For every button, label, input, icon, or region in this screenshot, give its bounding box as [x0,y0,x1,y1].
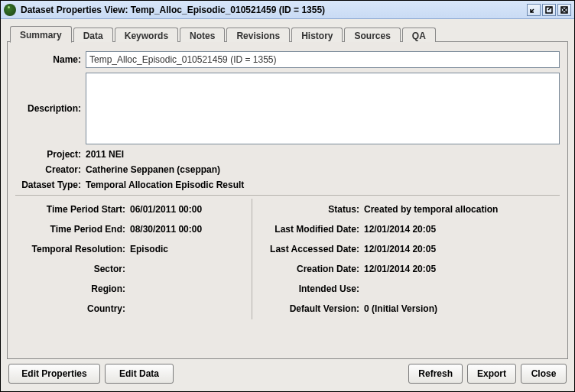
summary-panel: Name: Description: Project: 2011 NEI Cre… [7,41,568,359]
time-end-label: Time Period End: [15,224,130,235]
detail-col-left: Time Period Start:06/01/2011 00:00 Time … [15,199,252,319]
tab-qa[interactable]: QA [402,28,436,42]
detail-col-right: Status:Created by temporal allocation La… [252,199,560,319]
temporal-res-label: Temporal Resolution: [15,244,130,254]
default-version-value: 0 (Initial Version) [364,303,560,314]
description-label: Description: [15,103,86,114]
window-title: Dataset Properties View: Temp_Alloc_Epis… [21,5,527,15]
creation-date-value: 12/01/2014 20:05 [364,264,560,274]
titlebar: Dataset Properties View: Temp_Alloc_Epis… [1,1,574,19]
status-label: Status: [257,204,364,215]
project-value: 2011 NEI [86,149,560,160]
last-accessed-value: 12/01/2014 20:05 [364,244,560,254]
intended-use-label: Intended Use: [257,283,364,294]
description-input[interactable] [86,73,560,144]
time-end-value: 08/30/2011 00:00 [130,224,247,235]
last-accessed-label: Last Accessed Date: [257,244,364,254]
tab-notes[interactable]: Notes [180,28,225,42]
tab-keywords[interactable]: Keywords [115,28,178,42]
time-start-value: 06/01/2011 00:00 [130,204,247,215]
detail-grid: Time Period Start:06/01/2011 00:00 Time … [15,199,560,319]
window-controls [527,4,571,16]
export-button[interactable]: Export [467,364,516,384]
dataset-type-label: Dataset Type: [15,180,86,190]
edit-properties-button[interactable]: Edit Properties [8,364,100,384]
creation-date-label: Creation Date: [257,264,364,274]
name-input[interactable] [86,51,560,68]
app-icon [4,4,16,16]
region-label: Region: [15,283,130,294]
tab-sources[interactable]: Sources [344,28,400,42]
country-label: Country: [15,303,130,314]
tab-summary[interactable]: Summary [10,26,72,43]
dataset-type-value: Temporal Allocation Episodic Result [86,180,560,190]
tab-data[interactable]: Data [73,28,113,42]
creator-label: Creator: [15,164,86,175]
time-start-label: Time Period Start: [15,204,130,215]
project-label: Project: [15,149,86,160]
button-bar: Edit Properties Edit Data Refresh Export… [7,359,568,385]
last-modified-label: Last Modified Date: [257,224,364,235]
refresh-button[interactable]: Refresh [408,364,463,384]
creator-value: Catherine Seppanen (cseppan) [86,164,560,175]
edit-data-button[interactable]: Edit Data [105,364,174,384]
sector-label: Sector: [15,264,130,274]
tab-revisions[interactable]: Revisions [226,28,290,42]
name-label: Name: [15,54,86,65]
content-area: Summary Data Keywords Notes Revisions Hi… [1,19,574,391]
close-icon[interactable] [557,4,571,16]
maximize-icon[interactable] [542,4,556,16]
tab-history[interactable]: History [291,28,343,42]
divider [15,195,560,196]
tabs: Summary Data Keywords Notes Revisions Hi… [7,25,568,42]
status-value: Created by temporal allocation [364,204,560,215]
default-version-label: Default Version: [257,303,364,314]
temporal-res-value: Episodic [130,244,247,254]
minimize-icon[interactable] [527,4,541,16]
last-modified-value: 12/01/2014 20:05 [364,224,560,235]
close-button[interactable]: Close [521,364,567,384]
